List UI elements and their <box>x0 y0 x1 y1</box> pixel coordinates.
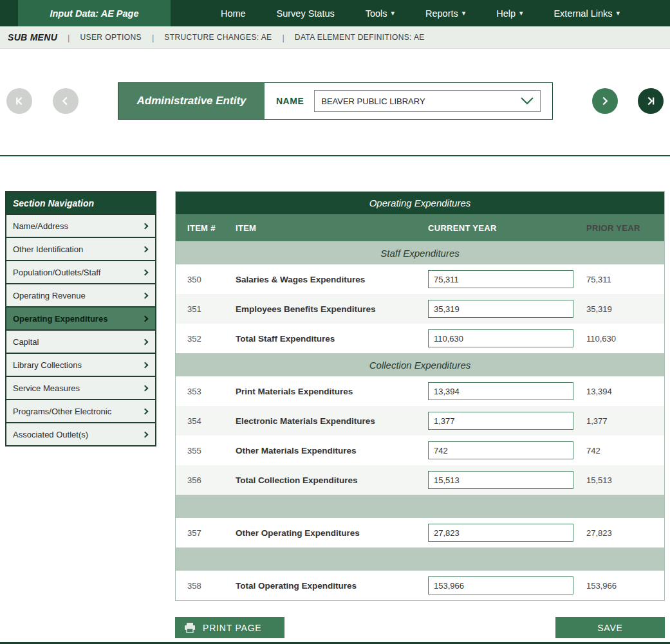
table-row: 354 Electronic Materials Expenditures 1,… <box>176 406 664 436</box>
submenu-structure-changes[interactable]: STRUCTURE CHANGES: AE <box>164 33 272 42</box>
table-row: 350 Salaries & Wages Expenditures 75,311 <box>176 264 664 294</box>
nav-reports[interactable]: Reports ▾ <box>425 8 465 19</box>
last-record-button[interactable] <box>638 88 664 114</box>
prior-year-value: 75,311 <box>586 275 664 284</box>
section-band-empty <box>176 547 664 571</box>
prior-year-value: 153,966 <box>586 581 664 591</box>
printer-icon <box>184 623 196 633</box>
current-year-input-352[interactable] <box>428 329 573 347</box>
table-row: 352 Total Staff Expenditures 110,630 <box>176 324 664 353</box>
section-band-staff: Staff Expenditures <box>176 241 664 264</box>
table-header-row: ITEM # ITEM CURRENT YEAR PRIOR YEAR <box>176 214 664 241</box>
prior-year-value: 27,823 <box>586 528 664 538</box>
entity-box: Administrative Entity NAME BEAVER PUBLIC… <box>118 82 553 120</box>
sidebar-item-capital[interactable]: Capital <box>6 331 155 353</box>
prior-year-value: 15,513 <box>586 475 664 485</box>
chevron-right-icon <box>142 315 149 322</box>
print-page-label: PRINT PAGE <box>203 623 262 633</box>
caret-down-icon: ▾ <box>519 9 523 17</box>
sub-menu: SUB MENU | USER OPTIONS | STRUCTURE CHAN… <box>0 26 670 49</box>
col-item: ITEM <box>236 223 428 233</box>
chevron-right-icon <box>142 338 149 345</box>
current-year-input-350[interactable] <box>428 270 573 288</box>
item-number: 358 <box>176 581 236 591</box>
operating-expenditures-table: Operating Expenditures ITEM # ITEM CURRE… <box>175 191 665 601</box>
current-year-input-358[interactable] <box>428 576 573 594</box>
caret-down-icon: ▾ <box>391 9 395 17</box>
current-year-input-354[interactable] <box>428 412 573 430</box>
sidebar-item-other-identification[interactable]: Other Identification <box>6 238 155 260</box>
table-row: 351 Employees Benefits Expenditures 35,3… <box>176 294 664 324</box>
item-label: Employees Benefits Expenditures <box>236 304 428 314</box>
button-row: PRINT PAGE SAVE <box>175 617 665 638</box>
chevron-right-icon <box>142 246 149 252</box>
topnav-menu: Home Survey Status Tools ▾ Reports ▾ Hel… <box>171 0 670 26</box>
nav-external-links[interactable]: External Links ▾ <box>554 8 620 19</box>
chevron-right-icon <box>142 362 149 368</box>
chevron-right-icon <box>142 408 149 414</box>
current-year-input-351[interactable] <box>428 300 573 318</box>
nav-tools[interactable]: Tools ▾ <box>366 8 395 19</box>
chevron-right-icon <box>142 269 149 275</box>
divider: | <box>68 33 70 42</box>
section-band-collection: Collection Expenditures <box>176 353 664 376</box>
item-number: 357 <box>176 528 236 538</box>
item-label: Other Materials Expenditures <box>236 446 428 455</box>
submenu-user-options[interactable]: USER OPTIONS <box>80 33 141 42</box>
sidebar-item-operating-expenditures[interactable]: Operating Expenditures <box>6 308 155 329</box>
item-number: 350 <box>176 275 236 284</box>
prior-year-value: 13,394 <box>586 387 664 396</box>
page: Input Data: AE Page Home Survey Status T… <box>0 0 670 644</box>
item-label: Salaries & Wages Expenditures <box>236 275 428 284</box>
sidebar-item-population-outlets-staff[interactable]: Population/Outlets/Staff <box>6 261 155 283</box>
item-number: 351 <box>176 304 236 314</box>
current-year-input-355[interactable] <box>428 441 573 459</box>
sidebar-item-service-measures[interactable]: Service Measures <box>6 377 155 399</box>
ae-name-select[interactable]: BEAVER PUBLIC LIBRARY <box>314 90 541 112</box>
name-label: NAME <box>276 96 304 106</box>
prior-year-value: 1,377 <box>586 416 664 426</box>
table-row: 356 Total Collection Expenditures 15,513 <box>176 465 664 495</box>
print-page-button[interactable]: PRINT PAGE <box>175 617 284 638</box>
first-record-button[interactable] <box>6 88 32 114</box>
current-year-input-357[interactable] <box>428 524 573 542</box>
item-label: Total Collection Expenditures <box>236 475 428 485</box>
section-band-empty <box>176 495 664 518</box>
prior-year-value: 110,630 <box>586 334 664 344</box>
previous-record-button[interactable] <box>53 88 79 114</box>
topnav-active-tab[interactable]: Input Data: AE Page <box>18 0 171 26</box>
topnav-active-tab-label: Input Data: AE Page <box>50 8 138 19</box>
chevron-right-icon <box>142 292 149 299</box>
caret-down-icon: ▾ <box>462 9 466 17</box>
sidebar-item-programs-other-electronic[interactable]: Programs/Other Electronic <box>6 400 155 422</box>
nav-help[interactable]: Help ▾ <box>496 8 523 19</box>
col-prior-year: PRIOR YEAR <box>586 223 664 233</box>
table-row: 357 Other Operating Expenditures 27,823 <box>176 518 664 547</box>
nav-home[interactable]: Home <box>221 8 246 19</box>
item-number: 353 <box>176 387 236 396</box>
sidebar-item-operating-revenue[interactable]: Operating Revenue <box>6 284 155 306</box>
chevron-down-icon <box>519 97 535 106</box>
item-number: 354 <box>176 416 236 426</box>
current-year-input-353[interactable] <box>428 382 573 400</box>
sidebar-item-name-address[interactable]: Name/Address <box>6 215 155 237</box>
nav-survey-status[interactable]: Survey Status <box>277 8 335 19</box>
previous-record-icon <box>59 94 73 108</box>
next-record-icon <box>598 94 612 108</box>
current-year-input-356[interactable] <box>428 471 573 489</box>
sidebar-item-associated-outlets[interactable]: Associated Outlet(s) <box>6 423 155 445</box>
save-label: SAVE <box>597 623 623 633</box>
section-navigation: Section Navigation Name/Address Other Id… <box>5 191 156 446</box>
save-button[interactable]: SAVE <box>555 617 665 638</box>
first-record-icon <box>12 94 26 108</box>
submenu-data-element-definitions[interactable]: DATA ELEMENT DEFINITIONS: AE <box>295 33 425 42</box>
chevron-right-icon <box>142 223 149 229</box>
divider: | <box>282 33 284 42</box>
next-record-button[interactable] <box>592 88 618 114</box>
sidebar-title: Section Navigation <box>6 192 155 214</box>
table-row: 358 Total Operating Expenditures 153,966 <box>176 571 664 600</box>
item-label: Total Staff Expenditures <box>236 334 428 344</box>
prior-year-value: 35,319 <box>586 304 664 314</box>
sidebar-item-library-collections[interactable]: Library Collections <box>6 354 155 376</box>
item-number: 356 <box>176 475 236 485</box>
